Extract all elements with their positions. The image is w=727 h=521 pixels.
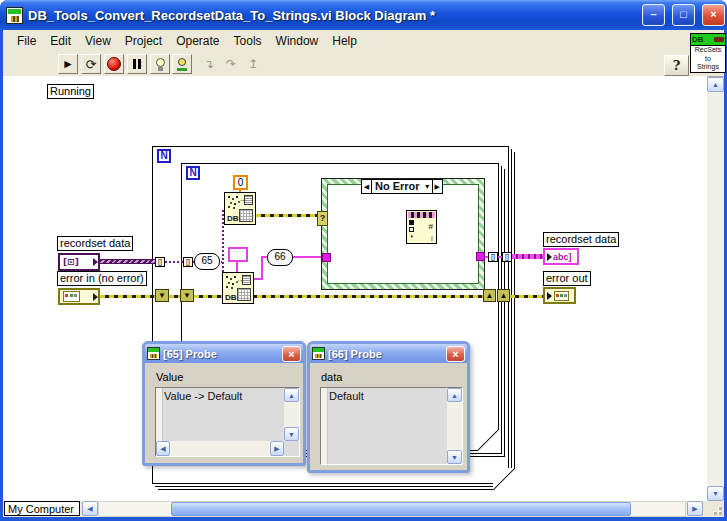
table-icon (237, 288, 251, 301)
case-dropdown-icon[interactable]: ▼ (423, 180, 432, 193)
scroll-down-icon[interactable]: ▼ (284, 427, 299, 441)
probe-65-hscrollbar[interactable]: ◀ ▶ (156, 441, 284, 456)
retain-wire-values-button[interactable] (172, 54, 192, 74)
scroll-down-icon[interactable]: ▼ (447, 450, 462, 464)
pause-button[interactable] (127, 54, 147, 74)
glyph (409, 227, 414, 232)
vi-icon-line1: RecSets (691, 46, 725, 55)
error-in-terminal[interactable] (58, 288, 100, 305)
menu-project[interactable]: Project (119, 32, 168, 50)
case-prev-arrow[interactable]: ◀ (362, 180, 372, 193)
array-glyph: [⊡] (63, 257, 79, 267)
vi-icon-line3: Strings (691, 63, 725, 72)
case-structure[interactable] (321, 178, 485, 290)
probe-window-65[interactable]: [65] Probe × Value Value -> Default ▲ ▼ … (142, 341, 306, 466)
terminal-arrow-icon (93, 293, 98, 301)
numeric-constant-0[interactable]: 0 (233, 175, 248, 190)
probe-window-66[interactable]: [66] Probe × data Default ▲ ▼ (307, 341, 470, 473)
probe-65-value-box[interactable]: Value -> Default ▲ ▼ ◀ ▶ (155, 387, 300, 457)
resize-grip[interactable] (705, 501, 724, 517)
recordset-in-label: recordset data (57, 236, 133, 251)
run-button[interactable]: ► (58, 54, 78, 74)
probe-65-title-bar[interactable]: [65] Probe × (145, 344, 303, 363)
shift-register-left[interactable]: ▼ (180, 289, 194, 302)
step-out-button[interactable]: ↥ (243, 54, 263, 74)
probe-65-vscrollbar[interactable]: ▲ ▼ (284, 388, 299, 441)
menu-view[interactable]: View (79, 32, 117, 50)
scroll-left-icon[interactable]: ◀ (156, 441, 170, 456)
scroll-down-icon[interactable]: ▼ (707, 486, 724, 501)
scroll-right-icon[interactable]: ▶ (270, 441, 284, 456)
db-variant-to-data-node[interactable]: → DB (224, 192, 256, 225)
run-continuous-button[interactable]: ⟳ (81, 54, 101, 74)
shift-register-left[interactable]: ▼ (155, 289, 169, 302)
vi-icon[interactable]: DB RecSets to Strings (690, 33, 726, 73)
wire-error (256, 214, 320, 217)
menu-tools[interactable]: Tools (228, 32, 268, 50)
window-title: DB_Tools_Convert_RecordsetData_To_String… (28, 8, 637, 23)
auto-index-tunnel[interactable]: [] (183, 257, 193, 267)
case-input-tunnel[interactable] (322, 253, 331, 262)
case-selector-terminal[interactable]: ? (317, 211, 328, 226)
scroll-left-icon[interactable]: ◀ (82, 501, 98, 516)
maximize-button[interactable]: □ (672, 4, 695, 26)
execution-target-box[interactable]: My Computer (4, 501, 80, 516)
probe-66-marker[interactable]: 66 (267, 249, 293, 266)
case-output-tunnel[interactable] (476, 252, 485, 261)
menu-operate[interactable]: Operate (170, 32, 225, 50)
auto-index-tunnel[interactable]: [] (155, 257, 165, 267)
inner-loop-count-terminal[interactable]: N (186, 166, 200, 180)
scroll-up-icon[interactable]: ▲ (447, 388, 462, 402)
outer-loop-corner-fold (493, 468, 515, 490)
shift-register-right[interactable]: ▲ (497, 289, 510, 302)
terminal-arrow-icon (547, 292, 552, 300)
block-diagram-canvas[interactable]: Running N N recordset data [⊡] error in … (3, 76, 707, 501)
wire-string (236, 261, 238, 272)
table-icon (239, 209, 253, 222)
lightbulb-icon (155, 58, 166, 71)
highlight-execution-button[interactable] (150, 54, 170, 74)
labview-window: DB_Tools_Convert_RecordsetData_To_String… (0, 0, 727, 521)
abort-button[interactable] (104, 54, 124, 74)
error-out-terminal[interactable] (543, 287, 576, 304)
recordset-out-terminal[interactable]: abc] (543, 248, 579, 265)
menu-help[interactable]: Help (326, 32, 363, 50)
scroll-right-icon[interactable]: ▶ (687, 501, 703, 516)
probe-65-close-button[interactable]: × (282, 346, 301, 362)
horizontal-scroll-thumb[interactable] (171, 502, 631, 516)
case-selector-label[interactable]: ◀ No Error ▼ ▶ (361, 179, 443, 194)
scatter-icon (226, 276, 228, 278)
outer-loop-count-terminal[interactable]: N (157, 149, 171, 163)
probe-66-vscrollbar[interactable]: ▲ ▼ (447, 388, 462, 464)
glyph: ‣ (410, 233, 414, 241)
labview-icon (6, 7, 23, 24)
menu-file[interactable]: File (11, 32, 42, 50)
format-into-string-node[interactable]: # ‣ ¡ (406, 210, 437, 244)
probe-66-value-box[interactable]: Default ▲ ▼ (320, 387, 463, 465)
probe-66-title-bar[interactable]: [66] Probe × (310, 344, 467, 363)
recordset-in-terminal[interactable]: [⊡] (58, 253, 100, 271)
string-type-constant[interactable]: ···· (228, 247, 248, 262)
shift-register-right[interactable]: ▲ (483, 289, 496, 302)
auto-index-tunnel[interactable]: [] (502, 252, 512, 262)
number-sign-glyph: # (429, 222, 433, 231)
context-help-button[interactable]: ? (664, 55, 689, 76)
step-into-button[interactable]: ↴ (199, 54, 219, 74)
horizontal-scrollbar[interactable] (98, 501, 686, 517)
scroll-up-icon[interactable]: ▲ (707, 77, 724, 92)
menu-edit[interactable]: Edit (44, 32, 77, 50)
probe-65-marker[interactable]: 65 (194, 253, 220, 270)
case-next-arrow[interactable]: ▶ (432, 180, 442, 193)
text-gutter (321, 388, 328, 464)
pause-icon (133, 59, 141, 69)
minimize-button[interactable]: – (642, 4, 665, 26)
db-variant-to-data-node[interactable]: → DB (222, 272, 254, 304)
close-button[interactable]: × (702, 4, 725, 26)
probe-66-close-button[interactable]: × (446, 346, 465, 362)
menu-window[interactable]: Window (270, 32, 325, 50)
vertical-scrollbar[interactable]: ▲ ▼ (707, 77, 724, 501)
scroll-up-icon[interactable]: ▲ (284, 388, 299, 402)
auto-index-tunnel[interactable]: [] (488, 252, 498, 262)
step-over-button[interactable]: ↷ (221, 54, 241, 74)
probe-65-field-label: Value (156, 371, 183, 383)
